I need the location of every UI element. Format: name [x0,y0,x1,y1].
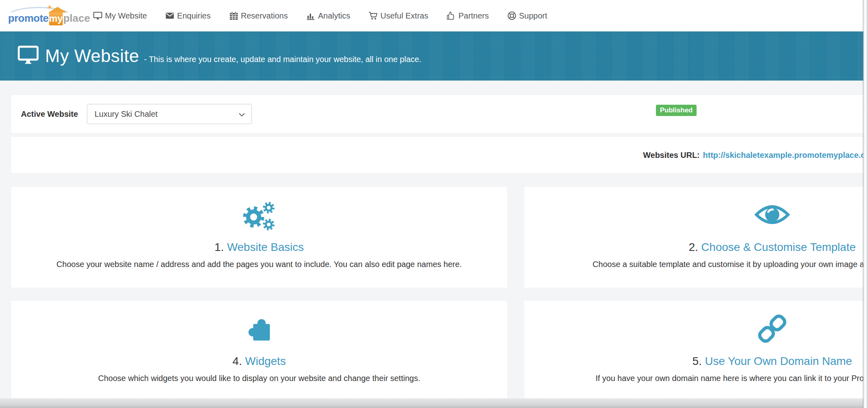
logo-word-my: my [49,13,63,24]
nav-item-label: Partners [458,11,489,21]
active-website-selected-option: Luxury Ski Chalet [95,110,158,119]
page-right-edge [863,0,868,408]
nav-item-label: Reservations [241,11,288,21]
logo-house-icon: my [49,12,63,25]
active-website-label: Active Website [21,110,78,119]
card-title-link[interactable]: Website Basics [227,241,304,253]
card-description: If you have your own domain name here is… [536,374,868,383]
card-title: 2. Choose & Customise Template [524,241,868,254]
card-description: Choose which widgets you would like to d… [23,374,495,383]
nav-item-label: Enquiries [177,11,210,21]
nav-item-support[interactable]: Support [507,11,547,21]
top-nav-bar: ☀ promote my place My Website Enquiries … [0,0,868,31]
envelope-icon [165,11,174,20]
nav-item-my-website[interactable]: My Website [93,11,147,21]
cogs-icon [11,199,507,231]
desktop-icon [18,46,39,66]
card-choose-customise-template: 2. Choose & Customise Template Choose a … [524,187,868,288]
card-number: 1. [214,241,224,253]
life-ring-icon [507,11,516,20]
card-title-link[interactable]: Choose & Customise Template [701,241,856,253]
card-use-own-domain: 5. Use Your Own Domain Name If you have … [524,301,868,398]
nav-item-partners[interactable]: Partners [447,11,489,21]
main-menu: My Website Enquiries Reservations Analyt… [93,11,547,21]
card-description: Choose your website name / address and a… [23,260,495,269]
nav-item-useful-extras[interactable]: Useful Extras [369,11,428,21]
nav-item-label: Useful Extras [380,11,428,21]
nav-item-label: Analytics [318,11,350,21]
cards-grid: 1. Website Basics Choose your website na… [11,187,868,398]
page-subtitle: - This is where you create, update and m… [144,55,421,64]
website-url-link[interactable]: http://skichaletexample.promotemyplace.c… [703,150,868,159]
card-title: 5. Use Your Own Domain Name [524,355,868,368]
card-title-link[interactable]: Use Your Own Domain Name [705,355,852,367]
nav-item-analytics[interactable]: Analytics [306,11,350,21]
card-description: Choose a suitable template and customise… [536,260,868,269]
page-title: My Website [45,46,139,66]
active-website-panel: Active Website Luxury Ski Chalet Publish… [11,95,868,133]
thumbs-up-icon [447,11,456,20]
page-bottom-edge [0,398,868,408]
nav-item-label: My Website [105,11,147,21]
desktop-icon [93,11,102,20]
website-url-label: Websites URL: [643,150,700,159]
nav-item-reservations[interactable]: Reservations [229,11,288,21]
nav-item-label: Support [519,11,547,21]
page-header: My Website - This is where you create, u… [0,31,868,81]
active-website-select[interactable]: Luxury Ski Chalet [87,104,252,124]
website-url-panel: Websites URL:http://skichaletexample.pro… [11,137,868,173]
status-badge: Published [656,105,697,116]
card-title: 1. Website Basics [11,241,507,254]
promotemyplace-logo[interactable]: ☀ promote my place [8,3,76,29]
card-widgets: 4. Widgets Choose which widgets you woul… [11,301,507,398]
nav-item-enquiries[interactable]: Enquiries [165,11,210,21]
card-number: 4. [233,355,242,367]
cart-icon [369,11,377,20]
link-icon [524,313,868,345]
calendar-icon [229,11,238,20]
chevron-down-icon [239,110,245,119]
card-website-basics: 1. Website Basics Choose your website na… [11,187,507,288]
card-title-link[interactable]: Widgets [245,355,286,367]
puzzle-piece-icon [11,313,507,345]
bar-chart-icon [306,11,315,20]
card-number: 5. [693,355,702,367]
eye-icon [524,199,868,231]
card-title: 4. Widgets [11,355,507,368]
card-number: 2. [689,241,698,253]
